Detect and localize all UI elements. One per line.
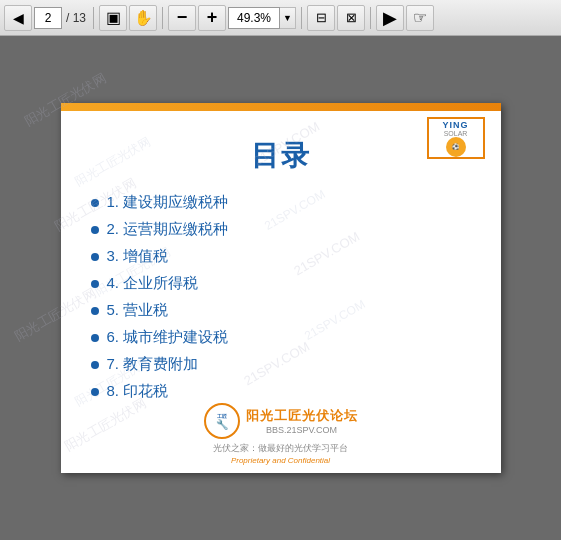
bullet-icon (91, 307, 99, 315)
site-name: 阳光工匠光伏论坛 (246, 407, 358, 425)
bullet-icon (91, 361, 99, 369)
site-url: BBS.21SPV.COM (246, 425, 358, 435)
separator-1 (93, 7, 94, 29)
list-item-text: 4. 企业所得税 (107, 274, 199, 293)
list-item-text: 2. 运营期应缴税种 (107, 220, 229, 239)
bullet-icon (91, 334, 99, 342)
slide-title: 目录 (91, 137, 471, 175)
zoom-in-button[interactable]: + (198, 5, 226, 31)
zoom-input[interactable] (228, 7, 280, 29)
bottom-emblem: 工匠 🔧 (204, 403, 240, 439)
list-item-text: 1. 建设期应缴税种 (107, 193, 229, 212)
content-area: 阳光工匠光伏网 21SPV.COM 阳光工匠光伏网 21SPV.COM 阳光工匠… (0, 36, 561, 540)
list-item: 6. 城市维护建设税 (91, 328, 471, 347)
bottom-site-text: 阳光工匠光伏论坛 BBS.21SPV.COM (246, 407, 358, 435)
emblem-tools-icon: 🔧 (216, 419, 228, 430)
list-item-text: 5. 营业税 (107, 301, 169, 320)
list-item: 3. 增值税 (91, 247, 471, 266)
list-item: 4. 企业所得税 (91, 274, 471, 293)
site-tagline: 光伏之家：做最好的光伏学习平台 (213, 442, 348, 455)
next-page-button[interactable]: ▶ (376, 5, 404, 31)
page-total-label: / 13 (64, 11, 88, 25)
separator-3 (301, 7, 302, 29)
hand-tool-button[interactable]: ✋ (129, 5, 157, 31)
list-item: 1. 建设期应缴税种 (91, 193, 471, 212)
logo-badge: ⚽ (446, 137, 466, 157)
slide-bottom: 工匠 🔧 阳光工匠光伏论坛 BBS.21SPV.COM 光伏之家：做最好的光伏学… (61, 403, 501, 465)
logo-solar-text: SOLAR (444, 130, 468, 137)
toolbar: ◀ / 13 ▣ ✋ − + ▼ ⊟ ⊠ ▶ ☞ (0, 0, 561, 36)
list-item-text: 6. 城市维护建设税 (107, 328, 229, 347)
select-tool-button[interactable]: ▣ (99, 5, 127, 31)
proprietary-text: Proprietary and Confidential (231, 456, 330, 465)
pointer-tool-button[interactable]: ☞ (406, 5, 434, 31)
list-item: 8. 印花税 (91, 382, 471, 401)
page-number-input[interactable] (34, 7, 62, 29)
list-item: 2. 运营期应缴税种 (91, 220, 471, 239)
slide-list: 1. 建设期应缴税种 2. 运营期应缴税种 3. 增值税 4. 企业所得税 5.… (91, 193, 471, 401)
separator-2 (162, 7, 163, 29)
list-item: 7. 教育费附加 (91, 355, 471, 374)
zoom-dropdown-button[interactable]: ▼ (280, 7, 296, 29)
slide: YING SOLAR ⚽ 阳光工匠光伏网 21SPV.COM 阳光工匠光伏网 2… (61, 103, 501, 473)
list-item-text: 8. 印花税 (107, 382, 169, 401)
bullet-icon (91, 226, 99, 234)
prev-page-button[interactable]: ◀ (4, 5, 32, 31)
separator-4 (370, 7, 371, 29)
bullet-icon (91, 280, 99, 288)
logo-top-right: YING SOLAR ⚽ (427, 117, 487, 161)
fit-page-button[interactable]: ⊠ (337, 5, 365, 31)
list-item-text: 7. 教育费附加 (107, 355, 199, 374)
list-item-text: 3. 增值税 (107, 247, 169, 266)
list-item: 5. 营业税 (91, 301, 471, 320)
logo-ying-text: YING (442, 120, 468, 130)
zoom-out-button[interactable]: − (168, 5, 196, 31)
bullet-icon (91, 199, 99, 207)
bullet-icon (91, 388, 99, 396)
fit-width-button[interactable]: ⊟ (307, 5, 335, 31)
bullet-icon (91, 253, 99, 261)
bottom-logo-box: 工匠 🔧 阳光工匠光伏论坛 BBS.21SPV.COM (204, 403, 358, 439)
